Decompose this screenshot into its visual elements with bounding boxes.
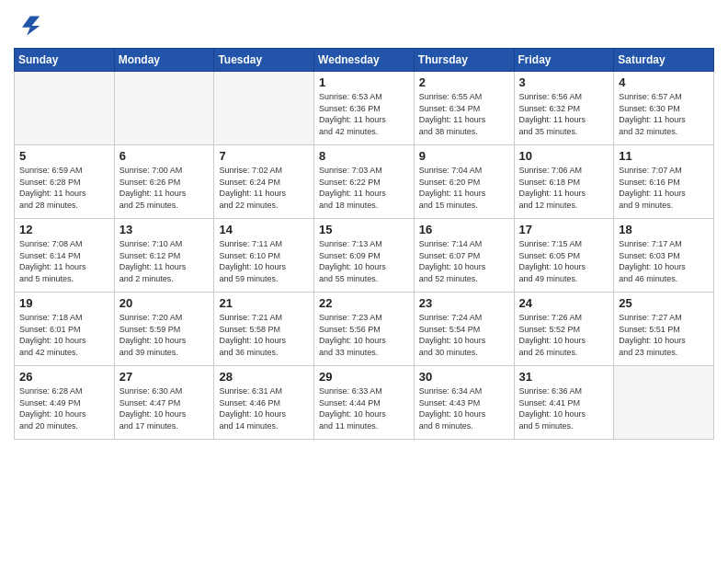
week-row-1: 1Sunrise: 6:53 AM Sunset: 6:36 PM Daylig… [15, 72, 714, 145]
day-cell: 3Sunrise: 6:56 AM Sunset: 6:32 PM Daylig… [514, 72, 614, 145]
day-cell: 6Sunrise: 7:00 AM Sunset: 6:26 PM Daylig… [114, 145, 214, 219]
day-cell [114, 72, 214, 145]
day-cell: 18Sunrise: 7:17 AM Sunset: 6:03 PM Dayli… [614, 219, 714, 293]
day-cell [214, 72, 314, 145]
day-cell: 4Sunrise: 6:57 AM Sunset: 6:30 PM Daylig… [614, 72, 714, 145]
day-cell: 1Sunrise: 6:53 AM Sunset: 6:36 PM Daylig… [314, 72, 415, 145]
day-cell: 25Sunrise: 7:27 AM Sunset: 5:51 PM Dayli… [614, 293, 714, 366]
day-info: Sunrise: 7:27 AM Sunset: 5:51 PM Dayligh… [619, 312, 709, 358]
day-number: 2 [419, 75, 509, 89]
day-info: Sunrise: 7:23 AM Sunset: 5:56 PM Dayligh… [319, 312, 409, 358]
day-number: 4 [619, 75, 709, 89]
day-info: Sunrise: 6:28 AM Sunset: 4:49 PM Dayligh… [19, 385, 109, 431]
day-info: Sunrise: 7:18 AM Sunset: 6:01 PM Dayligh… [19, 312, 109, 358]
day-info: Sunrise: 7:26 AM Sunset: 5:52 PM Dayligh… [519, 312, 609, 358]
day-number: 29 [319, 370, 409, 384]
header [14, 9, 714, 42]
day-header-tuesday: Tuesday [214, 49, 314, 72]
calendar-table: SundayMondayTuesdayWednesdayThursdayFrid… [14, 48, 714, 440]
day-cell: 14Sunrise: 7:11 AM Sunset: 6:10 PM Dayli… [214, 219, 314, 293]
day-cell: 23Sunrise: 7:24 AM Sunset: 5:54 PM Dayli… [414, 293, 514, 366]
week-row-5: 26Sunrise: 6:28 AM Sunset: 4:49 PM Dayli… [15, 366, 714, 440]
day-info: Sunrise: 7:21 AM Sunset: 5:58 PM Dayligh… [219, 312, 309, 358]
day-info: Sunrise: 7:10 AM Sunset: 6:12 PM Dayligh… [119, 238, 210, 284]
calendar-page: SundayMondayTuesdayWednesdayThursdayFrid… [0, 0, 728, 563]
day-info: Sunrise: 6:31 AM Sunset: 4:46 PM Dayligh… [219, 385, 309, 431]
day-number: 21 [219, 296, 309, 310]
logo-icon [16, 13, 41, 39]
day-number: 13 [119, 223, 210, 236]
day-cell: 29Sunrise: 6:33 AM Sunset: 4:44 PM Dayli… [314, 366, 415, 440]
day-info: Sunrise: 6:34 AM Sunset: 4:43 PM Dayligh… [419, 385, 509, 431]
day-cell [15, 72, 115, 145]
day-header-wednesday: Wednesday [314, 49, 415, 72]
day-number: 3 [519, 75, 609, 89]
day-info: Sunrise: 6:53 AM Sunset: 6:36 PM Dayligh… [319, 91, 409, 137]
day-number: 19 [19, 296, 109, 310]
day-number: 6 [119, 149, 210, 163]
day-info: Sunrise: 7:14 AM Sunset: 6:07 PM Dayligh… [419, 238, 509, 284]
day-info: Sunrise: 7:06 AM Sunset: 6:18 PM Dayligh… [519, 165, 609, 211]
day-number: 5 [19, 149, 109, 163]
day-number: 17 [519, 223, 609, 236]
day-info: Sunrise: 6:55 AM Sunset: 6:34 PM Dayligh… [419, 91, 509, 137]
week-row-3: 12Sunrise: 7:08 AM Sunset: 6:14 PM Dayli… [15, 219, 714, 293]
day-number: 18 [619, 223, 709, 236]
day-info: Sunrise: 7:15 AM Sunset: 6:05 PM Dayligh… [519, 238, 609, 284]
day-cell: 15Sunrise: 7:13 AM Sunset: 6:09 PM Dayli… [314, 219, 415, 293]
day-number: 8 [319, 149, 409, 163]
day-number: 20 [119, 296, 210, 310]
day-cell: 20Sunrise: 7:20 AM Sunset: 5:59 PM Dayli… [114, 293, 214, 366]
day-cell: 21Sunrise: 7:21 AM Sunset: 5:58 PM Dayli… [214, 293, 314, 366]
day-info: Sunrise: 6:36 AM Sunset: 4:41 PM Dayligh… [519, 385, 609, 431]
day-number: 22 [319, 296, 409, 310]
day-cell: 2Sunrise: 6:55 AM Sunset: 6:34 PM Daylig… [414, 72, 514, 145]
day-number: 14 [219, 223, 309, 236]
day-number: 25 [619, 296, 709, 310]
day-cell: 31Sunrise: 6:36 AM Sunset: 4:41 PM Dayli… [514, 366, 614, 440]
day-cell: 22Sunrise: 7:23 AM Sunset: 5:56 PM Dayli… [314, 293, 415, 366]
day-cell: 10Sunrise: 7:06 AM Sunset: 6:18 PM Dayli… [514, 145, 614, 219]
day-header-monday: Monday [114, 49, 214, 72]
day-info: Sunrise: 7:02 AM Sunset: 6:24 PM Dayligh… [219, 165, 309, 211]
day-info: Sunrise: 7:24 AM Sunset: 5:54 PM Dayligh… [419, 312, 509, 358]
day-cell: 16Sunrise: 7:14 AM Sunset: 6:07 PM Dayli… [414, 219, 514, 293]
day-cell: 11Sunrise: 7:07 AM Sunset: 6:16 PM Dayli… [614, 145, 714, 219]
day-cell: 7Sunrise: 7:02 AM Sunset: 6:24 PM Daylig… [214, 145, 314, 219]
day-info: Sunrise: 6:59 AM Sunset: 6:28 PM Dayligh… [19, 165, 109, 211]
day-info: Sunrise: 7:17 AM Sunset: 6:03 PM Dayligh… [619, 238, 709, 284]
day-header-sunday: Sunday [15, 49, 115, 72]
day-info: Sunrise: 6:30 AM Sunset: 4:47 PM Dayligh… [119, 385, 210, 431]
day-info: Sunrise: 6:33 AM Sunset: 4:44 PM Dayligh… [319, 385, 409, 431]
day-info: Sunrise: 7:11 AM Sunset: 6:10 PM Dayligh… [219, 238, 309, 284]
day-cell: 17Sunrise: 7:15 AM Sunset: 6:05 PM Dayli… [514, 219, 614, 293]
day-info: Sunrise: 7:08 AM Sunset: 6:14 PM Dayligh… [19, 238, 109, 284]
week-row-2: 5Sunrise: 6:59 AM Sunset: 6:28 PM Daylig… [15, 145, 714, 219]
day-info: Sunrise: 7:20 AM Sunset: 5:59 PM Dayligh… [119, 312, 210, 358]
day-number: 12 [19, 223, 109, 236]
day-info: Sunrise: 7:04 AM Sunset: 6:20 PM Dayligh… [419, 165, 509, 211]
day-cell: 30Sunrise: 6:34 AM Sunset: 4:43 PM Dayli… [414, 366, 514, 440]
day-cell [614, 366, 714, 440]
day-number: 9 [419, 149, 509, 163]
day-cell: 13Sunrise: 7:10 AM Sunset: 6:12 PM Dayli… [114, 219, 214, 293]
day-cell: 12Sunrise: 7:08 AM Sunset: 6:14 PM Dayli… [15, 219, 115, 293]
day-cell: 8Sunrise: 7:03 AM Sunset: 6:22 PM Daylig… [314, 145, 415, 219]
day-header-thursday: Thursday [414, 49, 514, 72]
day-cell: 26Sunrise: 6:28 AM Sunset: 4:49 PM Dayli… [15, 366, 115, 440]
logo [14, 13, 45, 42]
day-info: Sunrise: 6:57 AM Sunset: 6:30 PM Dayligh… [619, 91, 709, 137]
day-cell: 24Sunrise: 7:26 AM Sunset: 5:52 PM Dayli… [514, 293, 614, 366]
day-number: 16 [419, 223, 509, 236]
day-number: 7 [219, 149, 309, 163]
day-number: 1 [319, 75, 409, 89]
day-header-saturday: Saturday [614, 49, 714, 72]
day-info: Sunrise: 7:03 AM Sunset: 6:22 PM Dayligh… [319, 165, 409, 211]
day-number: 27 [119, 370, 210, 384]
day-header-friday: Friday [514, 49, 614, 72]
day-number: 31 [519, 370, 609, 384]
day-number: 11 [619, 149, 709, 163]
day-header-row: SundayMondayTuesdayWednesdayThursdayFrid… [15, 49, 714, 72]
day-number: 24 [519, 296, 609, 310]
day-info: Sunrise: 6:56 AM Sunset: 6:32 PM Dayligh… [519, 91, 609, 137]
